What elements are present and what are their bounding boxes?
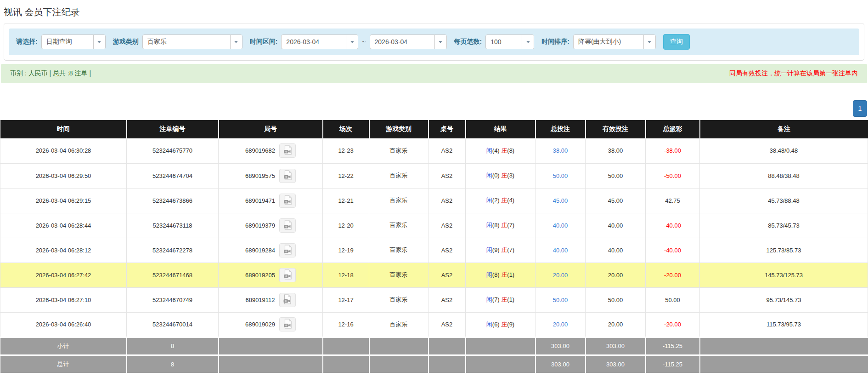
total-bet-link[interactable]: 40.00 [553,247,568,254]
date-from-value: 2026-03-04 [282,35,346,49]
query-type-select[interactable]: 日期查询 [41,34,106,49]
date-from-select[interactable]: 2026-03-04 [281,34,358,49]
date-to-select[interactable]: 2026-03-04 [370,34,447,49]
chevron-down-icon[interactable] [522,35,534,49]
table-header: 时间 注单编号 局号 场次 游戏类别 桌号 结果 总投注 有效投注 总派彩 备注 [0,120,868,138]
total-payout: -115.25 [646,355,700,373]
total-label: 总计 [0,355,127,373]
chevron-down-icon[interactable] [346,35,358,49]
chevron-down-icon[interactable] [230,35,242,49]
total-bet-link[interactable]: 50.00 [553,172,568,179]
table-row: 2026-03-04 06:27:10 523244670749 6890191… [0,287,868,312]
result-banker: 庄 [501,321,507,328]
game-type-select[interactable]: 百家乐 [142,34,242,49]
result-player: 闲 [486,296,492,303]
filter-bar: 请选择: 日期查询 游戏类别 百家乐 时间区间: 2026-03-04 ~ 20… [9,29,859,55]
sort-order-select[interactable]: 降幂(由大到小) [573,34,656,49]
caret-glyph [439,41,442,43]
table-row: 2026-03-04 06:27:42 523244671468 6890192… [0,263,868,287]
total-bet-link[interactable]: 40.00 [553,222,568,229]
cell-table-no: AS2 [428,238,466,263]
sort-order-value: 降幂(由大到小) [574,35,643,49]
total-bet-link[interactable]: 45.00 [553,197,568,204]
result-banker-count: (3) [507,172,514,179]
video-replay-button[interactable] [279,317,296,331]
video-replay-button[interactable] [279,293,296,307]
video-file-icon [283,294,292,306]
cell-session: 12-23 [323,138,369,163]
cell-time: 2026-03-04 06:28:12 [0,238,127,263]
cell-round: 689019112 [219,287,323,312]
subtotal-payout: -115.25 [646,337,700,355]
cell-valid-bet: 20.00 [586,312,646,337]
cell-session: 12-22 [323,163,369,188]
round-id: 689019682 [245,147,275,154]
cell-note: 88.48/38.48 [700,163,868,188]
round-id: 689019575 [245,172,275,179]
col-session: 场次 [323,120,369,138]
subtotal-row: 小计 8 303.00 303.00 -115.25 [0,337,868,355]
chevron-down-icon[interactable] [434,35,446,49]
cell-bet-id: 523244671468 [127,263,219,287]
chevron-down-icon[interactable] [643,35,655,49]
cell-total-bet: 50.00 [535,287,586,312]
result-banker: 庄 [501,197,507,204]
total-bet-link[interactable]: 20.00 [553,321,568,328]
total-bet-link[interactable]: 20.00 [553,272,568,279]
video-replay-button[interactable] [279,143,296,158]
video-replay-button[interactable] [279,169,296,183]
cell-bet-id: 523244673866 [127,188,219,213]
cell-round: 689019284 [219,238,323,263]
cell-time: 2026-03-04 06:27:42 [0,263,127,287]
cell-payout: -40.00 [646,213,700,238]
video-replay-button[interactable] [279,194,296,208]
cell-bet-id: 523244670749 [127,287,219,312]
cell-payout: -20.00 [646,263,700,287]
total-bet-link[interactable]: 38.00 [553,147,568,154]
round-id: 689019029 [245,321,275,328]
cell-game-type: 百家乐 [369,138,428,163]
cell-table-no: AS2 [428,263,466,287]
cell-game-type: 百家乐 [369,213,428,238]
page-number-button[interactable]: 1 [853,100,867,117]
round-cell: 689019029 [219,317,322,331]
col-round-id: 局号 [219,120,323,138]
round-cell: 689019112 [219,293,322,307]
round-cell: 689019379 [219,218,322,233]
result-banker-count: (7) [507,222,514,228]
result-banker: 庄 [501,296,507,303]
caret-glyph [234,41,238,43]
subtotal-empty-round [219,337,323,355]
chevron-down-icon[interactable] [93,35,105,49]
search-button[interactable]: 查询 [663,34,690,50]
result-banker-count: (1) [507,296,514,303]
round-cell: 689019575 [219,169,322,183]
cell-round: 689019029 [219,312,323,337]
total-empty-result [466,355,535,373]
video-file-icon [283,145,292,156]
video-replay-button[interactable] [279,268,296,282]
cell-valid-bet: 50.00 [586,163,646,188]
result-player: 闲 [486,147,492,154]
cell-valid-bet: 45.00 [586,188,646,213]
cell-valid-bet: 40.00 [586,238,646,263]
round-cell: 689019205 [219,268,322,282]
cell-result: 闲(0) 庄(3) [466,163,535,188]
cell-round: 689019575 [219,163,323,188]
subtotal-total-bet: 303.00 [535,337,586,355]
table-row: 2026-03-04 06:26:40 523244670014 6890190… [0,312,868,337]
table-row: 2026-03-04 06:30:28 523244675770 6890196… [0,138,868,163]
total-bet-link[interactable]: 50.00 [553,297,568,303]
result-banker: 庄 [501,172,507,179]
per-page-select[interactable]: 100 [485,34,534,49]
cell-bet-id: 523244670014 [127,312,219,337]
video-file-icon [283,170,292,182]
result-banker-count: (7) [507,246,514,253]
result-player-count: (7) [492,296,500,303]
video-replay-button[interactable] [279,243,296,257]
query-type-label: 请选择: [16,38,38,46]
caret-glyph [350,41,354,43]
video-replay-button[interactable] [279,218,296,233]
table-summary: 小计 8 303.00 303.00 -115.25 总计 8 [0,337,868,373]
cell-table-no: AS2 [428,287,466,312]
